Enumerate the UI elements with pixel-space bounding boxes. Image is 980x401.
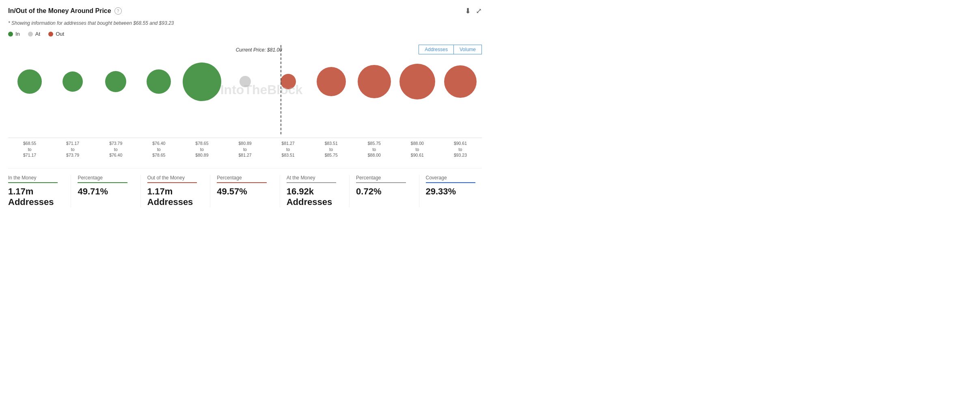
legend-dot-at [28,32,33,37]
price-from-10: $90.61 [454,140,467,147]
price-to-10: $93.23 [454,152,467,158]
stats-section: In the Money 1.17m Addresses Percentage … [8,168,482,207]
price-from-3: $76.40 [152,140,165,147]
bubble-container-9 [396,64,439,99]
stat-underline-1 [78,182,127,183]
stat-block-2: Out of the Money 1.17m Addresses [147,175,203,207]
expand-icon[interactable]: ⤢ [476,6,482,15]
legend-out: Out [48,31,64,37]
price-range-7: $83.51to$85.75 [310,140,353,158]
stats-divider-5 [419,175,419,207]
subtitle: * Showing information for addresses that… [8,20,482,26]
legend-label-at: At [35,31,40,37]
stat-value-4: 16.92k Addresses [287,186,336,207]
stat-underline-3 [217,182,266,183]
stat-underline-5 [356,182,406,183]
stat-value-2: 1.17m Addresses [147,186,197,207]
stats-divider-3 [280,175,280,207]
price-from-1: $71.17 [66,140,79,147]
stat-underline-2 [147,182,197,183]
bubble-container-3 [137,69,180,94]
stat-block-0: In the Money 1.17m Addresses [8,175,64,207]
price-to-5: $81.27 [238,152,251,158]
bubble-container-0 [8,69,51,94]
stat-label-3: Percentage [217,175,266,181]
stat-value-5: 0.72% [356,186,406,197]
bubble-1 [63,71,83,92]
legend-label-in: In [15,31,20,37]
price-range-9: $88.00to$90.61 [396,140,439,158]
chart-bottom-line [8,138,482,138]
bubble-container-10 [439,65,482,98]
legend-dot-out [48,32,53,37]
price-to-1: $73.79 [66,152,79,158]
price-from-5: $80.89 [238,140,251,147]
stat-block-1: Percentage 49.71% [78,175,134,207]
stat-block-3: Percentage 49.57% [217,175,273,207]
header-actions: ⬇ ⤢ [465,6,482,15]
price-to-8: $88.00 [368,152,381,158]
stat-label-5: Percentage [356,175,406,181]
price-to-4: $80.89 [195,152,208,158]
stat-value-1: 49.71% [78,186,127,197]
stat-label-6: Coverage [426,175,475,181]
price-range-0: $68.55to$71.17 [8,140,51,158]
help-icon[interactable]: ? [114,7,122,15]
stat-value-3: 49.57% [217,186,266,197]
price-to-7: $85.75 [325,152,338,158]
legend-dot-in [8,32,13,37]
legend: In At Out [8,31,482,37]
legend-in: In [8,31,20,37]
price-to-3: $78.65 [152,152,165,158]
bubbles-row [8,45,482,118]
price-labels: $68.55to$71.17$71.17to$73.79$73.79to$76.… [8,140,482,158]
download-icon[interactable]: ⬇ [465,6,471,15]
bubble-container-2 [94,71,137,92]
header-left: In/Out of the Money Around Price ? [8,7,122,15]
bubble-5 [240,76,251,87]
stat-label-2: Out of the Money [147,175,197,181]
price-to-0: $71.17 [23,152,36,158]
stats-divider-0 [71,175,71,207]
price-from-2: $73.79 [109,140,122,147]
price-range-4: $78.65to$80.89 [180,140,223,158]
stat-block-6: Coverage 29.33% [426,175,482,207]
stat-value-6: 29.33% [426,186,475,197]
dashed-line [281,45,281,134]
price-from-9: $88.00 [411,140,424,147]
price-range-10: $90.61to$93.23 [439,140,482,158]
stat-label-0: In the Money [8,175,58,181]
bubble-9 [399,64,435,99]
bubble-7 [317,67,346,96]
stat-underline-6 [426,182,475,183]
page-title: In/Out of the Money Around Price [8,7,111,15]
bubble-container-1 [51,71,94,92]
stats-divider-2 [210,175,210,207]
chart-area: Current Price: $81.00 IntoTheBlock [8,45,482,134]
bubble-3 [147,69,171,94]
stat-block-5: Percentage 0.72% [356,175,412,207]
stat-block-4: At the Money 16.92k Addresses [287,175,343,207]
price-range-1: $71.17to$73.79 [51,140,94,158]
bubble-container-6 [267,74,310,89]
bubble-8 [358,65,391,98]
price-to-2: $76.40 [109,152,122,158]
bubble-6 [281,74,296,89]
stat-value-0: 1.17m Addresses [8,186,58,207]
stats-divider-1 [140,175,141,207]
price-to-6: $83.51 [282,152,295,158]
price-from-0: $68.55 [23,140,36,147]
bubble-10 [444,65,477,98]
header: In/Out of the Money Around Price ? ⬇ ⤢ [8,6,482,15]
bubble-4 [183,63,221,101]
bubble-container-4 [180,63,223,101]
stats-divider-4 [349,175,350,207]
price-to-9: $90.61 [411,152,424,158]
bubble-container-8 [353,65,396,98]
price-range-5: $80.89to$81.27 [223,140,266,158]
price-from-8: $85.75 [368,140,381,147]
bubble-container-5 [223,76,266,87]
price-from-6: $81.27 [282,140,295,147]
stat-underline-0 [8,182,58,183]
legend-at: At [28,31,40,37]
